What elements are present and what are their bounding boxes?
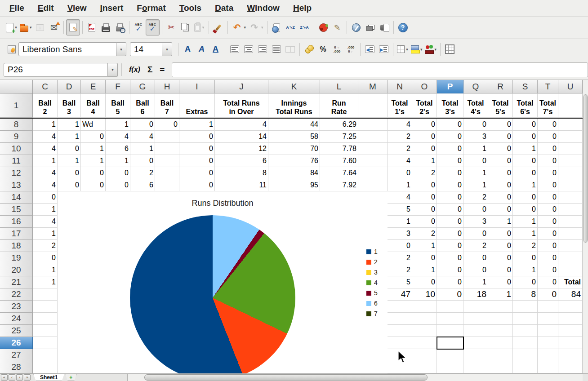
cell-Q22[interactable]: 18 xyxy=(463,288,488,301)
cell-S18[interactable]: 2 xyxy=(513,240,538,252)
cell-N26[interactable] xyxy=(388,337,412,349)
cell-T19[interactable]: 0 xyxy=(538,252,558,264)
cell-O26[interactable] xyxy=(412,337,437,349)
cell-L10[interactable]: 7.78 xyxy=(320,143,358,155)
cell-N9[interactable]: 2 xyxy=(388,131,412,143)
navigator-button[interactable] xyxy=(349,19,363,35)
cell-C18[interactable]: 2 xyxy=(33,240,58,252)
cell-M1[interactable] xyxy=(358,93,388,118)
add-decimal-place-button[interactable]: 0→ .000 xyxy=(330,41,344,58)
cell-T17[interactable]: 0 xyxy=(538,228,558,240)
cell-E1[interactable]: Ball 4 xyxy=(81,93,106,118)
help-button[interactable]: ? xyxy=(396,19,410,35)
cell-C8[interactable]: 1 xyxy=(33,119,58,131)
cell-N28[interactable] xyxy=(388,361,412,373)
cell-N17[interactable]: 3 xyxy=(388,228,412,240)
cell-E11[interactable]: 1 xyxy=(81,155,106,167)
cell-H8[interactable]: 0 xyxy=(155,119,179,131)
cell-T18[interactable]: 0 xyxy=(538,240,558,252)
cell-O11[interactable]: 1 xyxy=(412,155,437,167)
cell-D1[interactable]: Ball 3 xyxy=(58,93,81,118)
cell-T26[interactable] xyxy=(538,337,558,349)
menu-format[interactable]: Format xyxy=(130,0,172,16)
currency-format-button[interactable] xyxy=(302,41,316,58)
cell-O17[interactable]: 2 xyxy=(412,228,437,240)
cell-S9[interactable]: 0 xyxy=(513,131,538,143)
row-header-19[interactable]: 19 xyxy=(0,252,33,264)
cell-S10[interactable]: 1 xyxy=(513,143,538,155)
data-sources-button[interactable] xyxy=(377,19,391,35)
row-header-25[interactable]: 25 xyxy=(0,325,33,337)
cut-button[interactable]: ✂ xyxy=(165,19,178,35)
font-color-button[interactable]: ▾ xyxy=(424,41,438,58)
cell-J8[interactable]: 4 xyxy=(215,119,268,131)
cell-T14[interactable]: 0 xyxy=(538,191,558,204)
cell-N18[interactable]: 0 xyxy=(388,240,412,252)
formula-input[interactable] xyxy=(172,62,588,77)
menu-edit[interactable]: Edit xyxy=(31,0,61,16)
cell-O1[interactable]: Total 2's xyxy=(412,93,437,118)
cell-R11[interactable]: 0 xyxy=(488,155,513,167)
row-header-16[interactable]: 16 xyxy=(0,216,33,228)
cell-Q1[interactable]: Total 4's xyxy=(463,93,488,118)
column-header-E[interactable]: E xyxy=(81,80,106,93)
cell-U18[interactable] xyxy=(558,240,583,252)
cell-G8[interactable]: 0 xyxy=(130,119,155,131)
cell-P17[interactable]: 0 xyxy=(437,228,463,240)
cell-C16[interactable]: 4 xyxy=(33,216,58,228)
cell-D9[interactable]: 1 xyxy=(58,131,81,143)
cell-P11[interactable]: 0 xyxy=(437,155,463,167)
cell-C26[interactable] xyxy=(33,337,58,349)
cell-Q21[interactable]: 1 xyxy=(463,276,488,288)
column-header-S[interactable]: S xyxy=(513,80,538,93)
row-header-21[interactable]: 21 xyxy=(0,276,33,288)
cell-P14[interactable]: 0 xyxy=(437,191,463,204)
cell-F1[interactable]: Ball 5 xyxy=(106,93,130,118)
cell-L8[interactable]: 6.29 xyxy=(320,119,358,131)
row-header-8[interactable]: 8 xyxy=(0,119,33,131)
cell-T11[interactable]: 0 xyxy=(538,155,558,167)
cell-C20[interactable]: 1 xyxy=(33,264,58,276)
cell-Q25[interactable] xyxy=(463,325,488,337)
cell-U27[interactable] xyxy=(558,349,583,361)
undo-dropdown[interactable]: ▾ xyxy=(244,25,246,30)
row-header-23[interactable]: 23 xyxy=(0,301,33,313)
row-header-22[interactable]: 22 xyxy=(0,288,33,301)
cell-H9[interactable] xyxy=(155,131,179,143)
cell-U25[interactable] xyxy=(558,325,583,337)
cell-C22[interactable] xyxy=(33,288,58,301)
underline-button[interactable]: A xyxy=(209,41,223,58)
cell-N12[interactable]: 0 xyxy=(388,167,412,179)
cell-P13[interactable]: 0 xyxy=(437,179,463,191)
cell-N10[interactable]: 2 xyxy=(388,143,412,155)
cell-N24[interactable] xyxy=(388,313,412,325)
cell-D11[interactable]: 1 xyxy=(58,155,81,167)
row-header-17[interactable]: 17 xyxy=(0,228,33,240)
cell-T23[interactable] xyxy=(538,301,558,313)
cell-Q15[interactable]: 0 xyxy=(463,204,488,216)
cell-N25[interactable] xyxy=(388,325,412,337)
cell-O10[interactable]: 0 xyxy=(412,143,437,155)
cell-P9[interactable]: 0 xyxy=(437,131,463,143)
cell-T27[interactable] xyxy=(538,349,558,361)
cell-J10[interactable]: 12 xyxy=(215,143,268,155)
cell-Q8[interactable]: 0 xyxy=(463,119,488,131)
cell-U19[interactable] xyxy=(558,252,583,264)
cell-P1[interactable]: Total 3's xyxy=(437,93,463,118)
cell-G11[interactable]: 0 xyxy=(130,155,155,167)
cell-C23[interactable] xyxy=(33,301,58,313)
row-header-27[interactable]: 27 xyxy=(0,349,33,361)
cell-C21[interactable]: 1 xyxy=(33,276,58,288)
cell-S21[interactable]: 0 xyxy=(513,276,538,288)
cell-O15[interactable]: 0 xyxy=(412,204,437,216)
borders-button[interactable]: ▾ xyxy=(396,41,410,58)
cell-R10[interactable]: 0 xyxy=(488,143,513,155)
row-header-11[interactable]: 11 xyxy=(0,155,33,167)
percent-format-button[interactable]: % xyxy=(316,41,330,58)
cell-J11[interactable]: 6 xyxy=(215,155,268,167)
column-header-L[interactable]: L xyxy=(320,80,358,93)
row-header-14[interactable]: 14 xyxy=(0,191,33,204)
cell-R22[interactable]: 1 xyxy=(488,288,513,301)
horizontal-scrollbar[interactable] xyxy=(127,374,583,381)
cell-Q13[interactable]: 1 xyxy=(463,179,488,191)
